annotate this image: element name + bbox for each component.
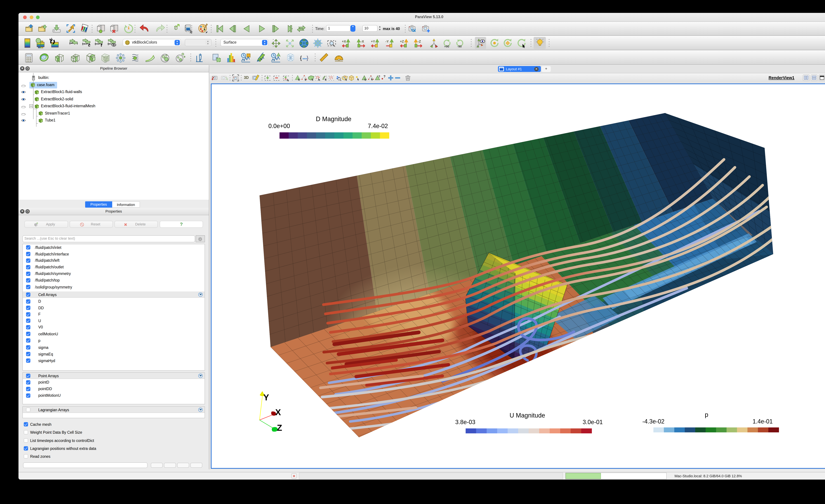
svg-text:Y: Y bbox=[264, 392, 269, 402]
svg-text:7.4e-02: 7.4e-02 bbox=[368, 123, 388, 129]
svg-text:U Magnitude: U Magnitude bbox=[510, 412, 545, 419]
svg-text:3.0e-01: 3.0e-01 bbox=[583, 419, 603, 425]
svg-text:3.8e-03: 3.8e-03 bbox=[455, 419, 475, 425]
svg-text:-Y: -Y bbox=[385, 40, 389, 43]
svg-text:t: t bbox=[101, 43, 102, 48]
svg-text:X: X bbox=[275, 408, 281, 417]
svg-text:p: p bbox=[705, 411, 708, 418]
svg-text:+Y: +Y bbox=[371, 40, 375, 43]
svg-text:}: } bbox=[307, 55, 308, 61]
svg-text:1.4e-01: 1.4e-01 bbox=[753, 418, 773, 425]
svg-text:-X: -X bbox=[361, 40, 364, 43]
svg-text:+X: +X bbox=[342, 40, 346, 43]
svg-text:0.0e+00: 0.0e+00 bbox=[268, 123, 290, 129]
svg-text:-Z: -Z bbox=[418, 40, 421, 43]
svg-text:?: ? bbox=[383, 75, 385, 78]
svg-text:+90: +90 bbox=[444, 45, 449, 48]
svg-text:-90: -90 bbox=[457, 45, 462, 48]
svg-text:Z: Z bbox=[277, 423, 282, 433]
svg-text:c: c bbox=[88, 43, 91, 48]
svg-text:{: { bbox=[300, 55, 302, 61]
svg-text:D Magnitude: D Magnitude bbox=[316, 116, 351, 123]
svg-text:+Z: +Z bbox=[400, 40, 404, 43]
svg-text:-4.3e-02: -4.3e-02 bbox=[642, 418, 665, 425]
